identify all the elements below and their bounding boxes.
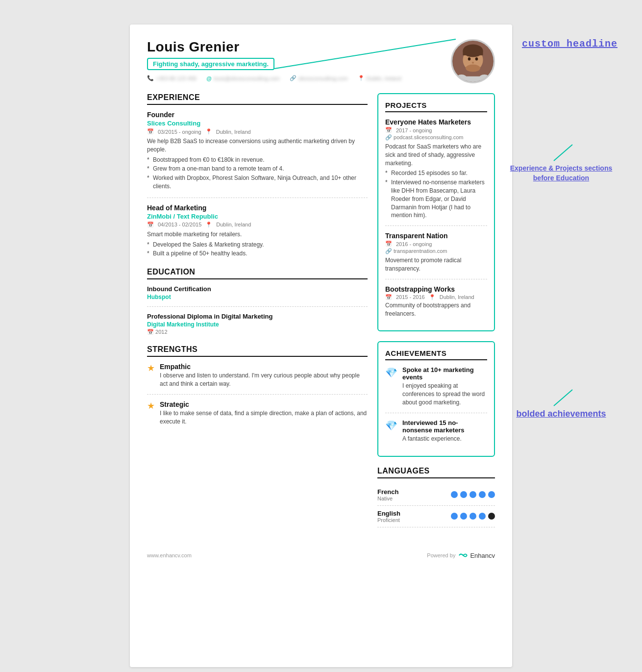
project-desc-ehm: Podcast for SaaS marketers who are sick … <box>385 143 487 167</box>
diamond-icon-1: 💎 <box>385 367 397 378</box>
annotation-custom-headline[interactable]: custom headline <box>522 37 617 50</box>
experience-section: EXPERIENCE Founder Slices Consulting 📅 0… <box>147 93 368 258</box>
project-meta-tn: 📅 2016 - ongoing <box>385 241 487 247</box>
project-date-ehm: 2017 - ongoing <box>396 127 432 133</box>
footer-website: www.enhancv.com <box>147 552 192 558</box>
languages-title: LANGUAGES <box>377 467 495 478</box>
col-right: PROJECTS Everyone Hates Marketers 📅 2017… <box>377 93 495 537</box>
strengths-section: STRENGTHS ★ Empathic I observe and liste… <box>147 345 368 425</box>
page-wrapper: custom headline Experience & Projects se… <box>10 10 632 672</box>
powered-by-label: Powered by <box>427 552 455 558</box>
contact-row: 📞 +353 86 123 456 @ louis@slicesconsulti… <box>147 75 451 81</box>
annotation-bolded-achievements: bolded achievements <box>505 387 617 419</box>
dot-e5 <box>488 513 495 520</box>
diamond-icon-2: 💎 <box>385 420 397 431</box>
exp-company-slices: Slices Consulting <box>147 120 368 127</box>
svg-point-9 <box>472 62 474 64</box>
divider <box>147 198 368 198</box>
svg-point-8 <box>475 57 478 61</box>
achievement-title-1: Spoke at 10+ marketing events <box>402 366 487 381</box>
achievement-title-2: Interviewed 15 no-nonsense marketers <box>402 419 487 434</box>
contact-website: 🔗 slicesconsulting.com <box>290 75 348 81</box>
calendar-icon-2: 📅 <box>147 222 154 228</box>
bullet-item: Bootstrapped from €0 to €180k in revenue… <box>147 156 368 164</box>
annotation-exp-projects: Experience & Projects sections before Ed… <box>505 142 617 183</box>
education-section: EDUCATION Inbound Certification Hubspot … <box>147 268 368 335</box>
achievements-section: ACHIEVEMENTS 💎 Spoke at 10+ marketing ev… <box>377 341 495 456</box>
language-dots-english <box>451 513 495 520</box>
divider <box>385 413 487 413</box>
edu-year-diploma: 📅 2012 <box>147 329 368 335</box>
language-info-english: English Proficient <box>377 510 400 523</box>
dot-1 <box>451 491 458 498</box>
bullet-item: Recorded 15 episodes so far. <box>385 169 487 177</box>
exp-location-founder: Dublin, Ireland <box>216 129 251 135</box>
edu-degree-diploma: Professional Diploma in Digital Marketin… <box>147 313 368 320</box>
exp-item-headmktg: Head of Marketing ZinMobi / Text Republi… <box>147 204 368 258</box>
contact-email: @ louis@slicesconsulting.com <box>206 75 280 81</box>
exp-location-headmktg: Dublin, Ireland <box>216 222 251 227</box>
exp-date-headmktg: 04/2013 - 02/2015 <box>158 222 201 227</box>
exp-date-founder: 03/2015 - ongoing <box>158 129 201 135</box>
svg-rect-6 <box>463 51 483 55</box>
star-icon-2: ★ <box>147 400 155 411</box>
enhancv-logo-icon <box>458 552 468 559</box>
exp-role-headmktg: Head of Marketing <box>147 204 368 212</box>
project-location-bw: Dublin, Ireland <box>440 294 474 300</box>
bullet-item: Developed the Sales & Marketing strategy… <box>147 241 368 249</box>
exp-projects-link[interactable]: Experience & Projects sections before Ed… <box>505 164 617 183</box>
svg-point-13 <box>479 75 490 82</box>
svg-point-12 <box>456 75 467 82</box>
avatar <box>451 39 495 83</box>
main-content: EXPERIENCE Founder Slices Consulting 📅 0… <box>147 93 495 537</box>
email-value: louis@slicesconsulting.com <box>214 75 280 81</box>
footer-powered: Powered by Enhancv <box>427 552 495 559</box>
exp-company-zinmobi: ZinMobi / Text Republic <box>147 213 368 220</box>
edu-school-hubspot: Hubspot <box>147 294 368 300</box>
language-level-english: Proficient <box>377 517 400 523</box>
project-title-tn: Transparent Nation <box>385 232 487 240</box>
strength-name-2: Strategic <box>160 400 368 408</box>
dot-e3 <box>469 513 476 520</box>
strength-desc-1: I observe and listen to understand. I'm … <box>160 372 368 388</box>
project-desc-bw: Community of bootstrappers and freelance… <box>385 301 487 318</box>
svg-point-10 <box>466 65 480 72</box>
exp-desc-founder: We help B2B SaaS to increase conversions… <box>147 137 368 154</box>
exp-meta-headmktg: 📅 04/2013 - 02/2015 📍 Dublin, Ireland <box>147 222 368 228</box>
email-icon: @ <box>206 75 212 81</box>
achievements-title: ACHIEVEMENTS <box>385 349 487 360</box>
project-ehm: Everyone Hates Marketers 📅 2017 - ongoin… <box>385 118 487 220</box>
calendar-icon-proj2: 📅 <box>385 241 392 247</box>
calendar-icon-edu: 📅 <box>147 329 154 335</box>
achievement-desc-2: A fantastic experience. <box>402 435 487 443</box>
exp-role-founder: Founder <box>147 111 368 119</box>
edu-item-diploma: Professional Diploma in Digital Marketin… <box>147 313 368 335</box>
divider <box>385 225 487 226</box>
divider <box>147 394 368 395</box>
strength-empathic: ★ Empathic I observe and listen to under… <box>147 363 368 388</box>
achievement-content-2: Interviewed 15 no-nonsense marketers A f… <box>402 419 487 443</box>
enhancv-logo: Enhancv <box>458 552 495 559</box>
edu-degree-inbound: Inbound Certification <box>147 285 368 293</box>
edu-school-dmi: Digital Marketing Institute <box>147 321 368 328</box>
project-link-tn: 🔗 transparentnation.com <box>385 248 487 254</box>
calendar-icon-1: 📅 <box>147 128 154 135</box>
experience-title: EXPERIENCE <box>147 93 368 105</box>
phone-icon: 📞 <box>147 75 154 81</box>
language-dots-french <box>451 491 495 498</box>
strength-strategic: ★ Strategic I like to make sense of data… <box>147 400 368 426</box>
dot-e1 <box>451 513 458 520</box>
achievement-content-1: Spoke at 10+ marketing events I enjoyed … <box>402 366 487 406</box>
project-title-bw: Bootstrapping Works <box>385 285 487 293</box>
contact-phone: 📞 +353 86 123 456 <box>147 75 197 81</box>
custom-headline-link[interactable]: custom headline <box>522 38 617 50</box>
link-icon-2: 🔗 <box>385 248 392 254</box>
location-icon-proj3: 📍 <box>429 294 436 300</box>
project-date-bw: 2015 - 2016 <box>396 294 425 300</box>
bullet-item: Grew from a one-man band to a remote tea… <box>147 165 368 173</box>
dot-e4 <box>479 513 486 520</box>
exp-meta-founder: 📅 03/2015 - ongoing 📍 Dublin, Ireland <box>147 128 368 135</box>
bolded-achievements-link[interactable]: bolded achievements <box>505 409 617 419</box>
project-date-tn: 2016 - ongoing <box>396 241 432 247</box>
calendar-icon-proj1: 📅 <box>385 127 392 133</box>
